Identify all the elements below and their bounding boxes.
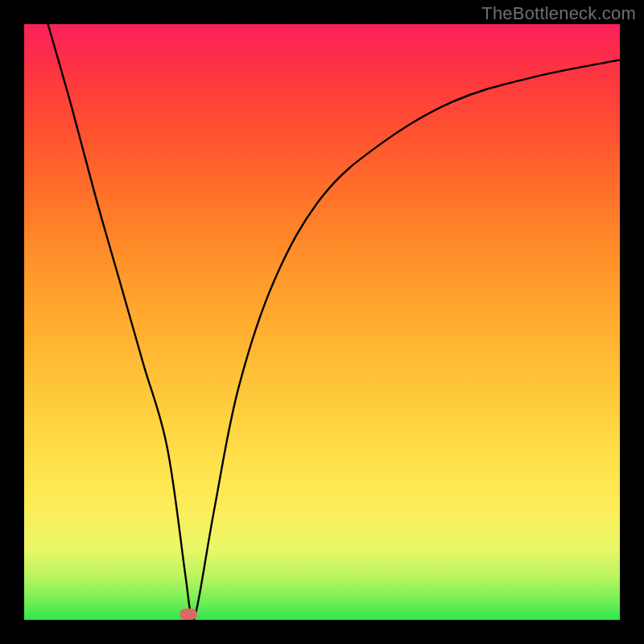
bottleneck-curve	[24, 24, 620, 620]
plot-area	[24, 24, 620, 620]
curve-line	[48, 24, 620, 621]
chart-frame: TheBottleneck.com	[0, 0, 644, 644]
watermark-text: TheBottleneck.com	[481, 3, 636, 24]
optimal-point-marker	[180, 609, 197, 620]
